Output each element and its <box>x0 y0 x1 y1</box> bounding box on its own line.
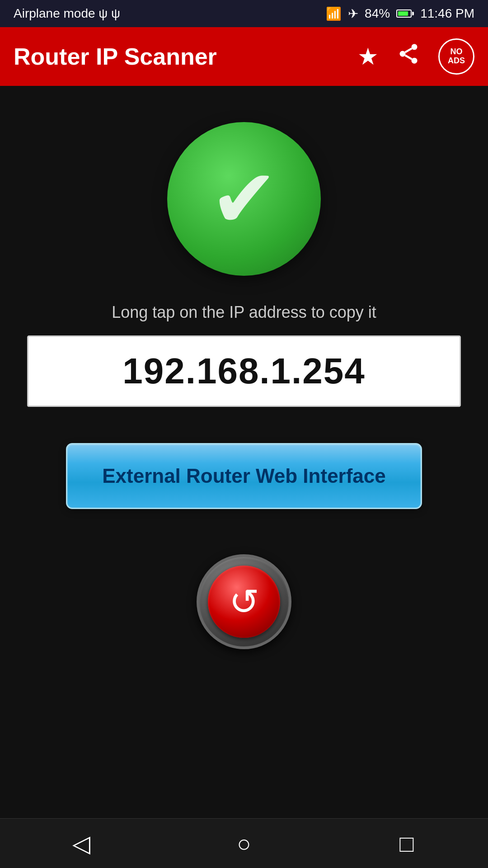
no-ads-badge: NO ADS <box>438 38 474 75</box>
checkmark-icon: ✔ <box>210 158 278 240</box>
favorite-star-icon[interactable]: ★ <box>357 43 379 70</box>
svg-point-1 <box>400 51 406 57</box>
svg-line-4 <box>405 48 412 52</box>
recents-button[interactable]: □ <box>380 826 434 862</box>
external-router-button-label: External Router Web Interface <box>102 465 386 487</box>
rescan-inner-circle: ↺ <box>208 566 280 638</box>
battery-icon <box>396 9 414 18</box>
status-bar: Airplane mode ψ ψ 📶 ✈ 84% 11:46 PM <box>0 0 488 27</box>
status-left: Airplane mode ψ ψ <box>14 6 120 21</box>
svg-point-0 <box>412 44 418 50</box>
svg-point-2 <box>412 58 418 64</box>
rescan-button[interactable]: ↺ <box>197 554 291 649</box>
rescan-button-container: ↺ <box>197 554 291 649</box>
wifi-icon: 📶 <box>326 6 342 21</box>
home-button[interactable]: ○ <box>217 826 271 862</box>
success-indicator: ✔ <box>167 122 321 276</box>
bottom-nav: ◁ ○ □ <box>0 818 488 868</box>
airplane-icon: ✈ <box>348 6 358 21</box>
main-content: ✔ Long tap on the IP address to copy it … <box>0 86 488 818</box>
battery-percent: 84% <box>365 6 390 21</box>
time-display: 11:46 PM <box>420 6 474 21</box>
app-bar: Router IP Scanner ★ NO ADS <box>0 27 488 86</box>
svg-line-3 <box>405 55 412 59</box>
back-icon: ◁ <box>72 830 90 857</box>
share-icon[interactable] <box>397 42 420 71</box>
app-title: Router IP Scanner <box>14 43 357 70</box>
back-button[interactable]: ◁ <box>54 826 108 862</box>
home-icon: ○ <box>237 830 251 857</box>
rescan-icon: ↺ <box>229 581 259 623</box>
status-right: 📶 ✈ 84% 11:46 PM <box>326 6 474 21</box>
app-bar-actions: ★ NO ADS <box>357 38 474 75</box>
recents-icon: □ <box>399 830 413 857</box>
ip-address-box[interactable]: 192.168.1.254 <box>27 335 461 407</box>
airplane-mode-text: Airplane mode ψ ψ <box>14 6 120 21</box>
hint-text: Long tap on the IP address to copy it <box>112 303 376 322</box>
ip-address-value: 192.168.1.254 <box>122 350 366 392</box>
external-router-button[interactable]: External Router Web Interface <box>66 443 422 509</box>
